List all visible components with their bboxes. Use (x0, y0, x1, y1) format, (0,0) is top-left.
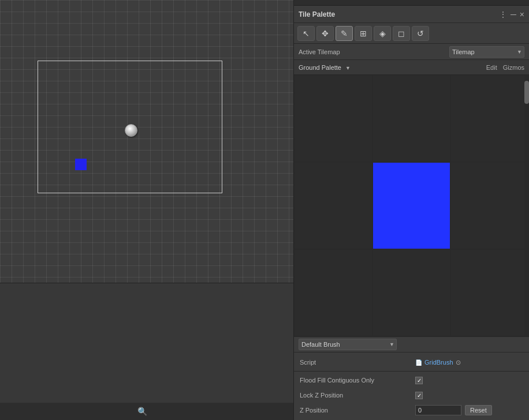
script-file-icon: 📄 (415, 359, 422, 366)
script-label: Script (300, 359, 415, 366)
select-tool-button[interactable]: ↖ (297, 26, 315, 41)
flood-fill-label: Flood Fill Contiguous Only (300, 377, 415, 384)
tile-cell-2-1[interactable] (372, 249, 451, 336)
active-tilemap-label: Active Tilemap (299, 48, 449, 55)
separator-1 (294, 371, 529, 372)
scene-bottom-bar: 🔍 (0, 403, 293, 420)
tile-cell-1-1[interactable] (372, 162, 451, 249)
brush-select-wrapper: Default Brush ▼ (299, 339, 397, 350)
tile-palette-panel: Tile Palette ⋮ ─ × ↖ ✥ ✎ ⊞ ◈ ◻ ↺ Active … (293, 0, 529, 420)
script-expand-icon[interactable]: ⊙ (456, 359, 461, 366)
rotate-tool-button[interactable]: ↺ (412, 26, 429, 41)
scene-area: 🔍 (0, 0, 293, 420)
panel-menu-icon[interactable]: ⋮ (499, 10, 507, 19)
zoom-icon: 🔍 (137, 407, 147, 416)
script-prop-row: Script 📄 GridBrush ⊙ (294, 355, 529, 370)
object-circle-icon (125, 124, 137, 137)
panel-title: Tile Palette (299, 10, 499, 18)
tile-cell-2-0[interactable] (294, 249, 372, 336)
z-position-label: Z Position (300, 407, 415, 414)
panel-minimize-icon[interactable]: ─ (511, 10, 516, 19)
lock-z-prop-row: Lock Z Position (294, 388, 529, 403)
palette-actions: Edit Gizmos (486, 64, 524, 71)
flood-fill-checkbox[interactable] (415, 377, 423, 384)
tile-cell-0-0[interactable] (294, 75, 372, 162)
z-position-prop-row: Z Position Reset (294, 403, 529, 418)
blue-tile-object (75, 159, 87, 170)
move-tool-button[interactable]: ✥ (316, 26, 334, 41)
tilemap-select[interactable]: Tilemap (449, 46, 524, 58)
palette-name: Ground Palette ▼ (299, 64, 486, 71)
tile-grid-area[interactable] (294, 75, 529, 336)
brush-tool-button[interactable]: ✎ (336, 26, 353, 41)
scrollbar-thumb[interactable] (524, 81, 529, 104)
lock-z-label: Lock Z Position (300, 392, 415, 399)
script-value[interactable]: GridBrush (424, 359, 453, 366)
brush-row: Default Brush ▼ (294, 336, 529, 352)
panel-topbar (294, 0, 529, 6)
z-position-input[interactable] (415, 405, 461, 415)
eyedropper-tool-button[interactable]: ◈ (374, 26, 391, 41)
tool-toolbar: ↖ ✥ ✎ ⊞ ◈ ◻ ↺ (294, 23, 529, 44)
tile-cell-0-1[interactable] (372, 75, 451, 162)
brush-select[interactable]: Default Brush (299, 339, 397, 350)
palette-name-arrow: ▼ (345, 65, 351, 71)
active-tilemap-row: Active Tilemap Tilemap ▼ (294, 44, 529, 60)
flood-fill-prop-row: Flood Fill Contiguous Only (294, 373, 529, 388)
tile-cell-1-2[interactable] (450, 162, 529, 249)
tile-grid-inner (294, 75, 529, 336)
palette-gizmos-button[interactable]: Gizmos (503, 64, 524, 71)
panel-close-icon[interactable]: × (520, 10, 524, 19)
tilemap-select-wrapper: Tilemap ▼ (449, 46, 524, 58)
fill-tool-button[interactable]: ⊞ (355, 26, 372, 41)
tile-grid-scrollbar[interactable] (524, 75, 529, 336)
palette-name-text: Ground Palette (299, 64, 341, 71)
panel-title-icons: ⋮ ─ × (499, 10, 524, 19)
tile-cell-2-2[interactable] (450, 249, 529, 336)
erase-tool-button[interactable]: ◻ (393, 26, 410, 41)
palette-edit-button[interactable]: Edit (486, 64, 497, 71)
reset-button[interactable]: Reset (465, 405, 492, 415)
panel-titlebar: Tile Palette ⋮ ─ × (294, 6, 529, 23)
scene-bottom-panel (0, 283, 293, 420)
properties-panel: Script 📄 GridBrush ⊙ Flood Fill Contiguo… (294, 352, 529, 420)
tile-cell-0-2[interactable] (450, 75, 529, 162)
grid-canvas (0, 0, 293, 283)
tile-cell-1-0[interactable] (294, 162, 372, 249)
lock-z-checkbox[interactable] (415, 392, 423, 399)
palette-header: Ground Palette ▼ Edit Gizmos (294, 60, 529, 75)
